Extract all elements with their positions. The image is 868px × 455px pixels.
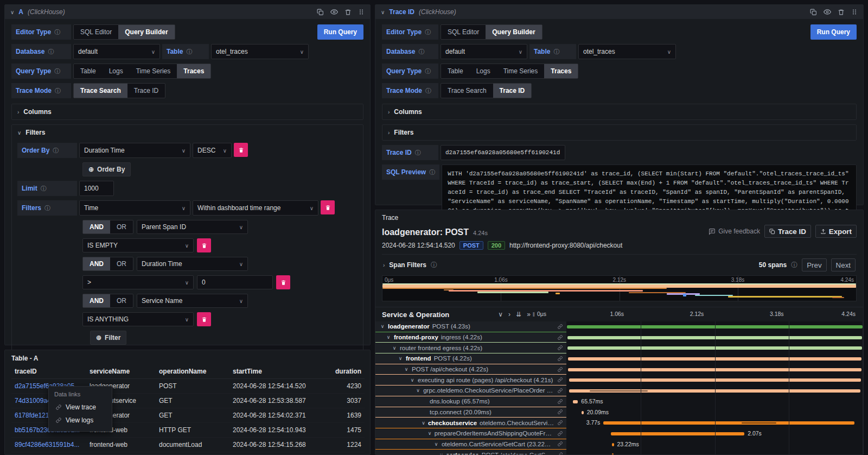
span-bar-cell[interactable]	[566, 353, 863, 364]
condition-field-select[interactable]: Parent Span ID∨	[137, 220, 248, 234]
order-by-direction-select[interactable]: DESC∨	[193, 143, 232, 158]
span-expander-icon[interactable]: ∨	[439, 452, 443, 455]
trace-minimap[interactable]: 0μs1.06s2.12s3.18s4.24s	[382, 275, 857, 301]
span-bar-cell[interactable]	[566, 343, 863, 353]
span-row[interactable]: tcp.connect (20.09ms)20.09ms	[375, 407, 863, 418]
condition-operator-select[interactable]: >∨	[82, 275, 194, 289]
filter-range-select[interactable]: Within dashboard time range∨	[193, 200, 318, 216]
condition-field-select[interactable]: Duration Time∨	[137, 257, 248, 271]
query-type-traces[interactable]: Traces	[544, 64, 578, 78]
span-expander-icon[interactable]: ∨	[392, 345, 397, 351]
bool-and[interactable]: AND	[83, 294, 110, 307]
span-bar-cell[interactable]: 20.09ms	[566, 407, 863, 418]
span-bar[interactable]	[568, 357, 862, 361]
span-link-icon[interactable]	[557, 431, 563, 437]
span-link-icon[interactable]	[557, 452, 563, 455]
span-label-cell[interactable]: ∨checkoutserviceoteldemo.CheckoutService…	[375, 418, 566, 428]
span-label-cell[interactable]: ∨grpc.oteldemo.CheckoutService/PlaceOrde…	[375, 386, 566, 396]
span-bar-cell[interactable]	[566, 364, 863, 375]
span-row[interactable]: ∨POST /api/checkout (4.22s)	[375, 364, 863, 375]
span-link-icon[interactable]	[557, 366, 563, 372]
span-expander-icon[interactable]: ∨	[380, 324, 385, 329]
query-type-timeseries[interactable]: Time Series	[497, 64, 545, 78]
span-row[interactable]: ∨cartservicePOST /oteldemo.CartService/G…	[375, 450, 863, 455]
col-operationname[interactable]: operationName	[156, 364, 229, 379]
condition-operator-select[interactable]: IS EMPTY∨	[82, 238, 194, 252]
span-bar-cell[interactable]: 23.22ms	[566, 439, 863, 450]
span-expander-icon[interactable]: ∨	[433, 441, 439, 447]
span-bar[interactable]	[567, 336, 863, 339]
sql-editor-option[interactable]: SQL Editor	[441, 25, 486, 39]
span-row[interactable]: ∨executing api route (pages) /api/checko…	[375, 375, 863, 386]
span-bar[interactable]	[611, 432, 744, 435]
filters-header[interactable]: ∨Filters	[17, 129, 358, 136]
span-bar-cell[interactable]	[566, 450, 863, 455]
bool-or[interactable]: OR	[110, 220, 133, 233]
span-bar[interactable]	[569, 389, 860, 393]
hide-query-eye-icon[interactable]	[330, 8, 338, 16]
span-label-cell[interactable]: ∨loadgeneratorPOST (4.23s)	[375, 321, 566, 332]
span-label-cell[interactable]: ∨POST /api/checkout (4.22s)	[375, 364, 566, 375]
span-row[interactable]: ∨prepareOrderItemsAndShippingQuoteFromCa…	[375, 428, 863, 439]
remove-condition-button[interactable]	[197, 312, 211, 326]
trace-id-link[interactable]: 2ac7acfc01941006c...	[11, 452, 86, 455]
run-query-button[interactable]: Run Query	[317, 24, 363, 40]
remove-filter-button[interactable]	[321, 200, 335, 214]
sql-editor-option[interactable]: SQL Editor	[74, 25, 118, 39]
span-bar[interactable]	[568, 368, 861, 371]
collapse-one-icon[interactable]: ∨	[498, 311, 503, 318]
query-header-a[interactable]: ∨ A (ClickHouse)	[5, 5, 370, 19]
column-resize-handle[interactable]: ‖	[533, 312, 535, 318]
bool-or[interactable]: OR	[110, 257, 133, 270]
trace-mode-search[interactable]: Trace Search	[441, 84, 493, 98]
drag-handle-icon[interactable]	[851, 9, 858, 15]
query-type-traces[interactable]: Traces	[177, 64, 210, 78]
trace-mode-id[interactable]: Trace ID	[127, 84, 165, 98]
delete-query-icon[interactable]	[838, 9, 845, 16]
database-select[interactable]: default∨	[73, 44, 160, 59]
span-row[interactable]: ∨grpc.oteldemo.CheckoutService/PlaceOrde…	[375, 386, 863, 396]
span-bar[interactable]	[573, 400, 578, 403]
span-expander-icon[interactable]: ∨	[410, 377, 415, 383]
span-link-icon[interactable]	[557, 324, 563, 330]
view-logs-link[interactable]: View logs	[54, 414, 106, 427]
span-label-cell[interactable]: ∨executing api route (pages) /api/checko…	[375, 375, 566, 386]
table-select[interactable]: otel_traces∨	[578, 44, 676, 59]
give-feedback-link[interactable]: Give feedback	[709, 228, 760, 235]
span-expander-icon[interactable]: ∨	[404, 366, 409, 372]
span-bar-cell[interactable]	[566, 386, 863, 396]
span-label-cell[interactable]: ∨router frontend egress (4.22s)	[375, 343, 566, 353]
duplicate-query-icon[interactable]	[317, 9, 324, 16]
span-label-cell[interactable]: ∨frontend-proxyingress (4.22s)	[375, 332, 566, 343]
span-bar-cell[interactable]	[566, 321, 863, 332]
collapse-chevron-icon[interactable]: ∨	[381, 9, 385, 15]
columns-header[interactable]: ›Columns	[388, 108, 851, 116]
bool-or[interactable]: OR	[110, 294, 133, 307]
table-select[interactable]: otel_traces∨	[211, 44, 309, 59]
run-query-button[interactable]: Run Query	[810, 24, 857, 40]
add-filter-button[interactable]: ⊕Filter	[90, 331, 126, 345]
span-row[interactable]: ∨checkoutserviceoteldemo.CheckoutService…	[375, 418, 863, 428]
condition-value-input[interactable]: 0	[197, 275, 273, 289]
span-link-icon[interactable]	[557, 334, 563, 340]
span-row[interactable]: ∨frontend-proxyingress (4.22s)	[375, 332, 863, 343]
query-builder-option[interactable]: Query Builder	[118, 25, 174, 39]
trace-id-link[interactable]: 89cf4286e631591b4...	[11, 438, 86, 452]
col-traceid[interactable]: traceID	[11, 364, 86, 379]
collapse-chevron-icon[interactable]: ∨	[10, 9, 14, 15]
span-bar-cell[interactable]	[566, 332, 863, 343]
span-bar[interactable]	[612, 443, 614, 446]
span-link-icon[interactable]	[557, 388, 563, 394]
span-bar-cell[interactable]: 2.07s	[566, 428, 863, 439]
condition-field-select[interactable]: Service Name∨	[137, 294, 248, 308]
next-button[interactable]: Next	[831, 258, 856, 271]
span-expander-icon[interactable]: ∨	[427, 431, 432, 436]
span-row[interactable]: dns.lookup (65.57ms)65.57ms	[375, 396, 863, 407]
span-expander-icon[interactable]: ∨	[386, 334, 391, 340]
span-label-cell[interactable]: dns.lookup (65.57ms)	[375, 396, 566, 407]
view-trace-link[interactable]: View trace	[54, 401, 106, 414]
span-link-icon[interactable]	[557, 441, 563, 447]
span-bar[interactable]	[603, 421, 854, 425]
bool-and[interactable]: AND	[83, 257, 110, 270]
span-link-icon[interactable]	[557, 409, 563, 415]
